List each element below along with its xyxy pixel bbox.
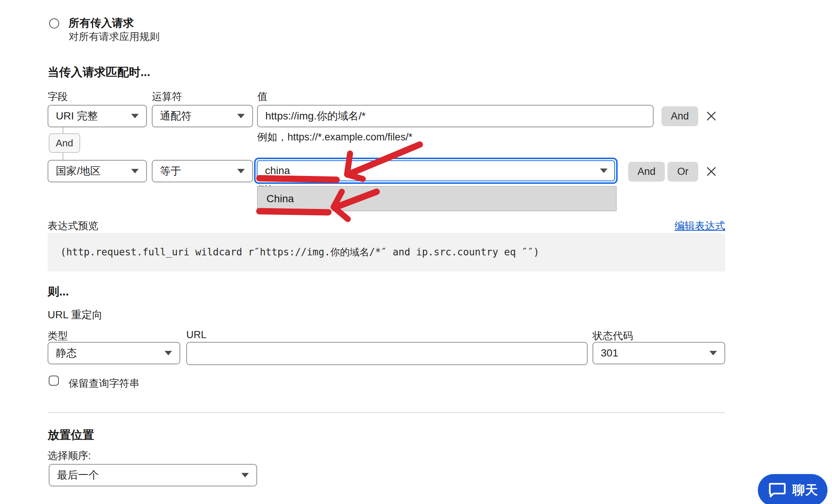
chevron-down-icon (709, 351, 717, 355)
chat-bubble-icon (768, 482, 787, 499)
preserve-query-string-label: 保留查询字符串 (69, 377, 139, 390)
remove-condition-row1-button[interactable] (704, 109, 719, 124)
redirect-url-input[interactable] (186, 342, 588, 365)
placement-section-heading: 放置位置 (48, 427, 94, 443)
and-connector-badge: And (49, 133, 80, 153)
country-value-combobox[interactable] (254, 158, 618, 184)
value-hint-row1: 例如，https://*.example.com/files/* (257, 130, 412, 144)
or-button-row2[interactable]: Or (667, 162, 698, 182)
operator-select-row2[interactable]: 等于 (152, 160, 253, 182)
url-label: URL (186, 329, 207, 341)
order-label: 选择顺序: (48, 449, 91, 462)
order-select-value: 最后一个 (57, 468, 99, 482)
chat-button-label: 聊天 (792, 482, 818, 499)
expression-code-block: (http.request.full_uri wildcard r″https:… (48, 233, 725, 271)
section-divider (48, 412, 725, 413)
status-code-select[interactable]: 301 (593, 342, 725, 364)
order-select[interactable]: 最后一个 (49, 464, 257, 486)
chevron-down-icon (131, 114, 139, 118)
expression-preview-label: 表达式预览 (48, 219, 98, 233)
url-redirect-rule-form: 所有传入请求 对所有请求应用规则 当传入请求匹配时... 字段 运算符 值 UR… (0, 0, 832, 504)
status-code-label: 状态代码 (593, 329, 633, 343)
field-select-row1[interactable]: URI 完整 (48, 105, 147, 127)
status-code-select-value: 301 (601, 347, 618, 359)
chevron-down-icon (241, 473, 249, 477)
chevron-down-icon (237, 114, 245, 118)
all-incoming-requests-label: 所有传入请求 (69, 16, 134, 31)
action-name: URL 重定向 (48, 308, 103, 322)
type-label: 类型 (48, 329, 68, 343)
operator-select-row2-value: 等于 (160, 164, 181, 178)
chevron-down-icon (131, 169, 139, 173)
chevron-down-icon (237, 169, 245, 173)
value-input-row1[interactable] (257, 105, 654, 127)
chevron-down-icon (600, 168, 608, 173)
expression-code: (http.request.full_uri wildcard r″https:… (48, 246, 539, 259)
chat-button[interactable]: 聊天 (758, 474, 828, 504)
close-icon (705, 110, 718, 122)
operator-column-label: 运算符 (152, 90, 182, 103)
all-incoming-requests-radio[interactable] (49, 18, 59, 28)
all-incoming-requests-description: 对所有请求应用规则 (69, 30, 160, 43)
country-value-input[interactable] (264, 164, 596, 177)
field-select-row2-value: 国家/地区 (56, 164, 101, 178)
match-section-heading: 当传入请求匹配时... (48, 64, 150, 80)
chevron-down-icon (165, 351, 172, 355)
and-button-row1[interactable]: And (661, 106, 698, 126)
country-suggestion-panel: China (257, 186, 617, 211)
then-section-heading: 则... (48, 284, 69, 300)
field-select-row1-value: URI 完整 (56, 109, 98, 123)
redirect-type-select[interactable]: 静态 (48, 342, 180, 364)
operator-select-row1[interactable]: 通配符 (152, 105, 253, 127)
preserve-query-string-checkbox[interactable] (49, 376, 59, 386)
and-button-row2[interactable]: And (628, 162, 665, 182)
field-column-label: 字段 (48, 90, 68, 103)
redirect-type-select-value: 静态 (56, 346, 77, 360)
operator-select-row1-value: 通配符 (160, 109, 192, 123)
country-suggestion-item-china[interactable]: China (257, 193, 616, 205)
value-column-label: 值 (257, 90, 268, 103)
country-value-combobox-inner (257, 160, 615, 181)
remove-condition-row2-button[interactable] (704, 164, 719, 179)
field-select-row2[interactable]: 国家/地区 (48, 160, 147, 182)
edit-expression-link[interactable]: 编辑表达式 (675, 219, 725, 233)
close-icon (705, 165, 718, 178)
